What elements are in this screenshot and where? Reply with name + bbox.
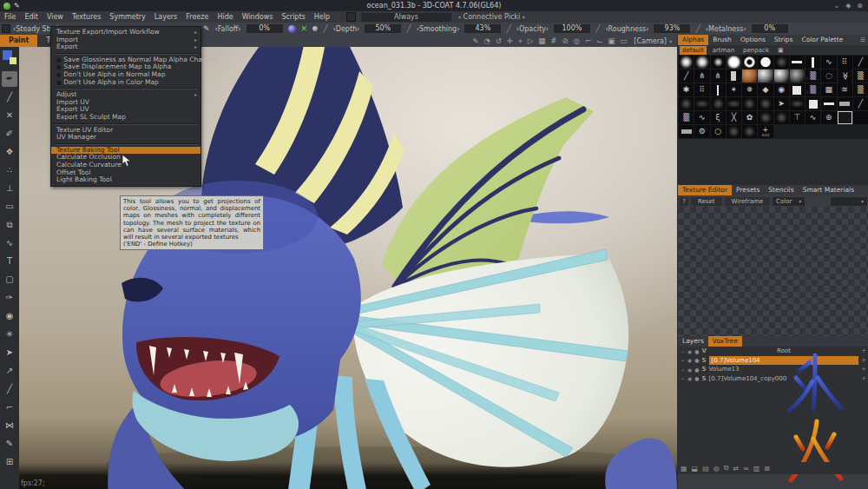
menu-file[interactable]: File <box>0 13 20 21</box>
volume-label[interactable]: [0.7]Volume104 <box>709 356 859 365</box>
ruler-icon[interactable]: ⌐ <box>585 36 591 45</box>
volume-label[interactable]: Volume13 <box>709 366 740 373</box>
alpha-faint[interactable] <box>774 111 789 124</box>
voxtree-item-row[interactable]: −◉●SVolume13+ <box>678 365 868 374</box>
alpha-pebble[interactable]: ◌ <box>821 69 836 83</box>
menu-layers[interactable]: Layers <box>150 13 181 21</box>
panel-icon[interactable]: ▣ <box>608 36 615 45</box>
alpha-faint[interactable] <box>711 97 726 110</box>
smoothing-label[interactable]: ‹Smoothing› <box>417 25 460 33</box>
menu-item-export[interactable]: Export▸ <box>51 43 201 51</box>
alpha-ball[interactable] <box>790 69 805 83</box>
alpha-bar[interactable] <box>679 125 694 138</box>
depth-label[interactable]: ‹Depth› <box>333 25 360 33</box>
curve-tool-icon[interactable]: ∿ <box>2 235 17 251</box>
picker-tool-icon[interactable]: ↗ <box>2 363 17 379</box>
alpha-scratch[interactable]: ╱ <box>853 97 868 110</box>
alpha-orange[interactable] <box>742 69 757 83</box>
mini-sphere-icon[interactable] <box>312 26 318 31</box>
camera-dropdown[interactable]: [Camera]▾ <box>634 37 672 45</box>
tab-voxtree[interactable]: VoxTree <box>708 336 742 347</box>
metalness-value[interactable]: 0% <box>752 24 788 33</box>
alpha-faint[interactable] <box>758 111 773 124</box>
alpha-hbar[interactable] <box>821 97 836 110</box>
frame-icon[interactable]: ▭ <box>620 36 627 45</box>
tab-texture-editor[interactable]: Texture Editor <box>678 185 732 195</box>
alpha-leaf[interactable]: ✿ <box>742 111 757 124</box>
pipe-tool-icon[interactable]: ⌐ <box>2 400 17 415</box>
pen-icon[interactable]: ✎ <box>472 36 478 45</box>
fill-tool-icon[interactable]: ❖ <box>2 144 17 160</box>
alpha-vbar[interactable] <box>806 56 820 69</box>
menu-item-light-baking-tool[interactable]: Light Baking Tool <box>51 176 201 184</box>
rect-select-tool-icon[interactable]: ▭ <box>2 199 17 215</box>
image-tool-icon[interactable]: ▢ <box>2 272 17 287</box>
metalness-label[interactable]: ‹Metalness› <box>706 25 746 33</box>
tab-color-palette[interactable]: Color Palette <box>797 35 847 45</box>
help-button[interactable]: ? <box>680 197 688 206</box>
menu-textures[interactable]: Textures <box>68 13 105 21</box>
alpha-block[interactable] <box>727 69 741 83</box>
add-layer-icon[interactable]: + <box>861 366 866 373</box>
steady-stroke-checkbox[interactable] <box>2 24 10 33</box>
alpha-noise[interactable]: ▒ <box>806 83 820 96</box>
texture-preview-checkerboard[interactable] <box>678 207 868 336</box>
menu-help[interactable]: Help <box>310 13 334 21</box>
dot-icon[interactable]: ◍ <box>713 465 720 472</box>
opacity-label[interactable]: ‹Opacity› <box>516 25 549 33</box>
alpha-swoosh[interactable]: ∿ <box>806 111 820 124</box>
alpha-sphere[interactable] <box>758 69 773 83</box>
voxtree-item-row[interactable]: −◉●S[0.7]Volume104_copy000+ <box>678 374 868 384</box>
menu-item-don-t-use-alpha-in-color-map[interactable]: ●Don't Use Alpha in Color Map <box>51 79 201 87</box>
collection-default[interactable]: default <box>680 46 707 55</box>
alpha-smudge[interactable] <box>694 97 709 110</box>
box-icon[interactable]: ▥ <box>753 465 760 472</box>
line-tool-icon[interactable]: ╱ <box>2 89 17 105</box>
alpha-vline[interactable] <box>711 83 726 96</box>
extra-select[interactable]: ▾ <box>831 197 867 206</box>
roughness-label[interactable]: ‹Roughness› <box>605 25 648 33</box>
add-layer-icon[interactable]: + <box>861 375 866 382</box>
corner-icon[interactable]: ⌙ <box>596 36 602 45</box>
clone-tool-icon[interactable]: ⧉ <box>2 217 17 233</box>
collapse-icon[interactable]: − <box>681 348 685 354</box>
opacity-value[interactable]: 100% <box>554 24 590 33</box>
depth-value[interactable]: 50% <box>365 24 401 33</box>
alpha-faint[interactable] <box>727 125 741 138</box>
close-box-icon[interactable]: ⊠ <box>764 465 770 472</box>
list-icon[interactable]: ≡ <box>743 465 749 472</box>
alpha-dots[interactable]: ⠿ <box>838 56 852 69</box>
alpha-dots[interactable]: ⠿ <box>694 83 709 96</box>
swap-icon[interactable]: ⇄ <box>733 465 739 472</box>
airbrush-tool-icon[interactable]: ✐ <box>2 126 17 142</box>
volume-label[interactable]: [0.7]Volume104_copy000 <box>709 375 787 382</box>
rows-icon[interactable]: ▤ <box>702 465 709 472</box>
alpha-spikes[interactable]: ✵ <box>742 83 757 96</box>
minimize-icon[interactable]: ⌄ <box>833 2 839 10</box>
pen2-tool-icon[interactable]: ✎ <box>2 436 17 452</box>
smoothing-value[interactable]: 43% <box>464 24 501 33</box>
color-mode-select[interactable]: Color▾ <box>773 197 805 206</box>
alpha-noise[interactable]: ▒ <box>679 111 694 124</box>
menu-item-uv-manager[interactable]: UV Manager <box>51 134 201 142</box>
visibility-icon[interactable]: ◉ <box>687 348 692 354</box>
text-tool-icon[interactable]: T <box>2 254 17 269</box>
no-snap-icon[interactable]: ⊘ <box>562 36 568 45</box>
wireframe-button[interactable]: Wireframe <box>725 197 771 206</box>
menu-hide[interactable]: Hide <box>213 13 237 21</box>
alpha-soft[interactable] <box>679 56 694 69</box>
tab-paint[interactable]: Paint <box>0 35 37 47</box>
layout-tool-icon[interactable]: ⊞ <box>2 454 17 470</box>
alpha-smudge[interactable] <box>727 97 741 110</box>
hash-icon[interactable]: # <box>550 36 556 45</box>
color-swatch[interactable] <box>3 50 16 64</box>
shade-icon[interactable]: ● <box>694 357 699 363</box>
tab-smart-materials[interactable]: Smart Materials <box>799 185 858 195</box>
alpha-splat[interactable]: ✱ <box>679 83 694 96</box>
alpha-faint[interactable] <box>774 56 789 69</box>
play-icon[interactable]: ▷ <box>528 36 534 45</box>
menu-edit[interactable]: Edit <box>20 13 43 21</box>
alpha-squiggle[interactable]: ∿ <box>821 56 836 69</box>
visibility-icon[interactable]: ◉ <box>687 375 692 381</box>
tab-layers[interactable]: Layers <box>678 336 708 347</box>
